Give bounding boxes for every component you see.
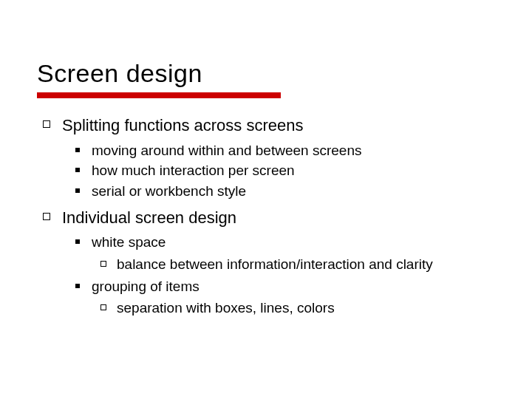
list-item-label: serial or workbench style [92, 183, 246, 199]
slide: Screen design Splitting functions across… [0, 0, 532, 399]
list-item: how much interaction per screen [92, 161, 495, 180]
bullet-list-level2: moving around within and between screens… [62, 141, 495, 201]
list-item: Individual screen design white space bal… [62, 207, 495, 318]
bullet-list-level3: balance between information/interaction … [92, 255, 495, 274]
title-underline [37, 92, 281, 98]
list-item: balance between information/interaction … [117, 255, 495, 274]
list-item-label: separation with boxes, lines, colors [117, 300, 335, 316]
list-item-label: Individual screen design [62, 208, 236, 227]
list-item: moving around within and between screens [92, 141, 495, 160]
list-item-label: Splitting functions across screens [62, 116, 304, 134]
bullet-list-level1: Splitting functions across screens movin… [37, 115, 495, 318]
list-item-label: moving around within and between screens [92, 143, 361, 158]
list-item: Splitting functions across screens movin… [62, 115, 495, 201]
list-item: grouping of items separation with boxes,… [92, 277, 495, 318]
list-item-label: white space [92, 234, 166, 250]
list-item-label: balance between information/interaction … [117, 256, 433, 272]
list-item: serial or workbench style [92, 182, 495, 201]
list-item-label: grouping of items [92, 279, 200, 294]
list-item-label: how much interaction per screen [92, 163, 295, 178]
slide-title: Screen design [37, 59, 495, 88]
bullet-list-level3: separation with boxes, lines, colors [92, 299, 495, 318]
list-item: separation with boxes, lines, colors [117, 299, 495, 318]
bullet-list-level2: white space balance between information/… [62, 233, 495, 318]
list-item: white space balance between information/… [92, 233, 495, 273]
